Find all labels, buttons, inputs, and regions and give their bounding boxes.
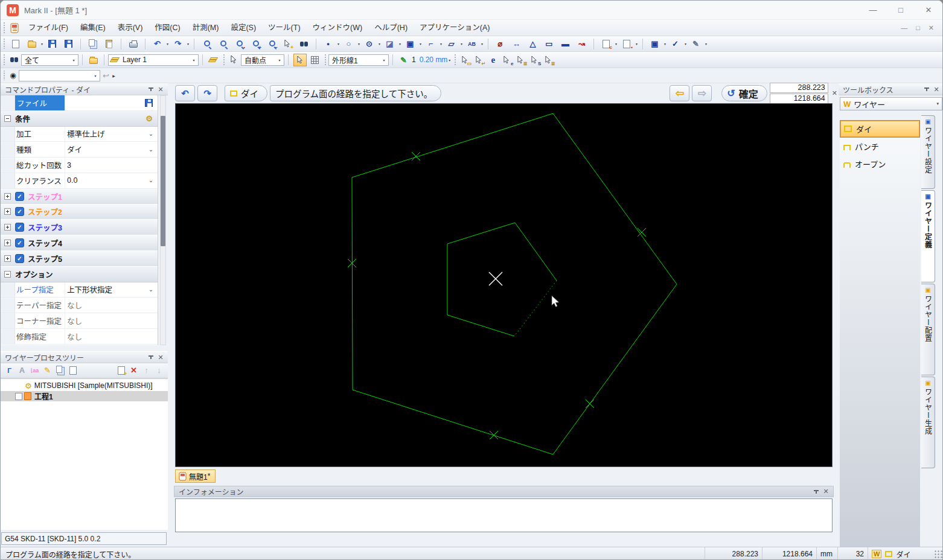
erase-dropdown-arrow[interactable]: ▾ xyxy=(398,42,402,46)
pin-icon[interactable] xyxy=(811,488,821,496)
step-row-2[interactable]: ✓ステップ2 xyxy=(1,205,158,220)
undo-dropdown-arrow[interactable]: ▾ xyxy=(165,42,170,46)
copy-tree-icon[interactable] xyxy=(54,364,66,376)
plot-icon[interactable] xyxy=(88,54,99,66)
snap-toggle-icon[interactable] xyxy=(293,54,307,66)
select-cursor-e-icon[interactable]: e xyxy=(501,54,513,66)
calc-edit-dropdown-arrow[interactable]: ▾ xyxy=(704,42,708,46)
toolbox-tab-settings[interactable]: ▣ワイヤー設定 xyxy=(921,115,935,189)
move-up-icon[interactable]: ↑ xyxy=(141,364,152,376)
zoom-previous-icon[interactable]: • xyxy=(233,38,245,49)
export-save-dropdown-arrow[interactable]: ▾ xyxy=(635,42,639,46)
toolbox-item-open[interactable]: オープン xyxy=(840,155,920,173)
menu-edit[interactable]: 編集(E) xyxy=(74,20,112,36)
menu-help[interactable]: ヘルプ(H) xyxy=(368,20,414,36)
menu-file[interactable]: ファイル(F) xyxy=(22,20,74,36)
drawing-canvas[interactable] xyxy=(175,103,833,467)
toolbox-item-punch[interactable]: パンチ xyxy=(840,138,920,155)
canvas-undo-button[interactable]: ↶ xyxy=(175,85,195,101)
measure-solid-icon[interactable]: ▬ xyxy=(560,38,571,49)
collapse-icon[interactable] xyxy=(4,115,11,122)
inner-pentagon[interactable] xyxy=(447,223,557,336)
coordinate-y-box[interactable]: 1218.664 xyxy=(770,94,828,104)
menu-window[interactable]: ウィンドウ(W) xyxy=(307,20,369,36)
save-all-icon[interactable] xyxy=(63,38,74,49)
dropdown-chevron[interactable]: ⌄ xyxy=(144,132,158,136)
expand-icon[interactable] xyxy=(4,255,11,262)
toolbox-category-combobox[interactable]: W ワイヤー ▾ xyxy=(840,97,942,110)
copy-icon[interactable] xyxy=(87,38,98,49)
select-stack2-icon[interactable]: ≣ xyxy=(543,54,554,66)
edit-icon[interactable]: ✎ xyxy=(42,364,53,376)
select-e-icon[interactable]: e xyxy=(487,54,499,66)
maximize-button[interactable]: □ xyxy=(887,5,915,14)
verify-dropdown-arrow[interactable]: ▾ xyxy=(683,42,688,46)
toolbox-tab-generation[interactable]: ▣ワイヤー生成 xyxy=(921,377,935,468)
export-nc-dropdown-arrow[interactable]: ▾ xyxy=(614,42,618,46)
offset-icon[interactable]: ▣ xyxy=(404,38,416,49)
select-stack-icon[interactable]: ≣ xyxy=(515,54,526,66)
redo-icon[interactable]: ↷ xyxy=(172,38,184,49)
menu-view[interactable]: 表示(V) xyxy=(112,20,149,36)
menu-measure[interactable]: 計測(M) xyxy=(187,20,225,36)
export-save-icon[interactable]: ▪ xyxy=(621,38,632,49)
fill-dropdown-arrow[interactable]: ▾ xyxy=(459,42,464,46)
step-row-1[interactable]: ✓ステップ1 xyxy=(1,189,158,205)
expand-icon[interactable] xyxy=(4,224,11,231)
paste-icon[interactable] xyxy=(103,38,115,49)
delete-icon[interactable]: ✕ xyxy=(128,364,139,376)
checkbox-checked[interactable]: ✓ xyxy=(15,238,24,247)
rename-icon[interactable]: ⌊aa xyxy=(29,364,40,376)
select-box-icon[interactable]: ▭ xyxy=(459,54,471,66)
scrollbar-thumb[interactable] xyxy=(161,116,165,246)
verify-icon[interactable]: ✓ xyxy=(670,38,681,49)
property-row-file[interactable]: ファイル xyxy=(1,95,158,111)
checkbox-checked[interactable]: ✓ xyxy=(15,192,24,201)
new-process-icon[interactable]: ✦ xyxy=(115,364,127,376)
window-layout-icon[interactable]: ▣ xyxy=(649,38,660,49)
property-scrollbar[interactable] xyxy=(160,95,166,345)
draw-polygon-icon[interactable]: ○ xyxy=(343,38,354,49)
redo-dropdown-arrow[interactable]: ▾ xyxy=(186,42,190,46)
draw-circle-dropdown-arrow[interactable]: ▾ xyxy=(377,42,382,46)
open-file-icon[interactable] xyxy=(26,38,37,49)
zoom-out-icon[interactable]: − xyxy=(266,38,277,49)
dropdown-chevron[interactable]: ⌄ xyxy=(144,287,158,292)
zoom-pointer-icon[interactable]: ✦ xyxy=(282,38,293,49)
toolbox-tab-placement[interactable]: ▣ワイヤー配置 xyxy=(921,284,935,375)
draw-point-icon[interactable]: • xyxy=(322,38,334,49)
step-row-4[interactable]: ✓ステップ4 xyxy=(1,235,158,251)
move-down-icon[interactable]: ↓ xyxy=(153,364,165,376)
dropdown-chevron[interactable]: ⌄ xyxy=(144,147,158,152)
minimize-button[interactable]: — xyxy=(859,5,887,14)
checkbox[interactable] xyxy=(15,393,22,400)
pin-icon[interactable] xyxy=(922,85,932,94)
save-tree-icon[interactable] xyxy=(67,364,78,376)
back-button[interactable]: ⇦ xyxy=(670,85,689,101)
expand-icon[interactable] xyxy=(4,208,11,215)
tree-item-selected[interactable]: 工程1 xyxy=(1,391,168,401)
pin-icon[interactable] xyxy=(146,353,156,361)
menu-draw[interactable]: 作図(C) xyxy=(149,20,186,36)
mdi-close-button[interactable]: ✕ xyxy=(929,24,934,32)
text-dropdown-arrow[interactable]: ▾ xyxy=(480,42,484,46)
text-icon[interactable]: A xyxy=(16,364,28,376)
measure-diameter-icon[interactable]: ⌀ xyxy=(494,38,506,49)
select-s-icon[interactable]: S xyxy=(529,54,540,66)
calc-edit-icon[interactable]: ✎ xyxy=(690,38,702,49)
pen-width-dropdown-arrow[interactable]: ▾ xyxy=(447,58,452,62)
search-scope-combobox[interactable]: 全て▾ xyxy=(21,54,78,66)
zoom-window-icon[interactable] xyxy=(200,38,212,49)
pan-view-icon[interactable] xyxy=(298,38,310,49)
line-type-combobox[interactable]: 外形線1▾ xyxy=(328,54,389,66)
trim-dropdown-arrow[interactable]: ▾ xyxy=(439,42,443,46)
draw-point-dropdown-arrow[interactable]: ▾ xyxy=(336,42,340,46)
cursor-icon[interactable] xyxy=(228,54,240,66)
measure-distance-icon[interactable]: ↔ xyxy=(511,38,522,49)
step-row-3[interactable]: ✓ステップ3 xyxy=(1,220,158,235)
mdi-restore-button[interactable]: □ xyxy=(916,24,920,32)
collapse-icon[interactable] xyxy=(4,271,11,278)
offset-dropdown-arrow[interactable]: ▾ xyxy=(418,42,423,46)
new-file-icon[interactable] xyxy=(10,38,21,49)
mdi-minimize-button[interactable]: — xyxy=(901,24,907,32)
